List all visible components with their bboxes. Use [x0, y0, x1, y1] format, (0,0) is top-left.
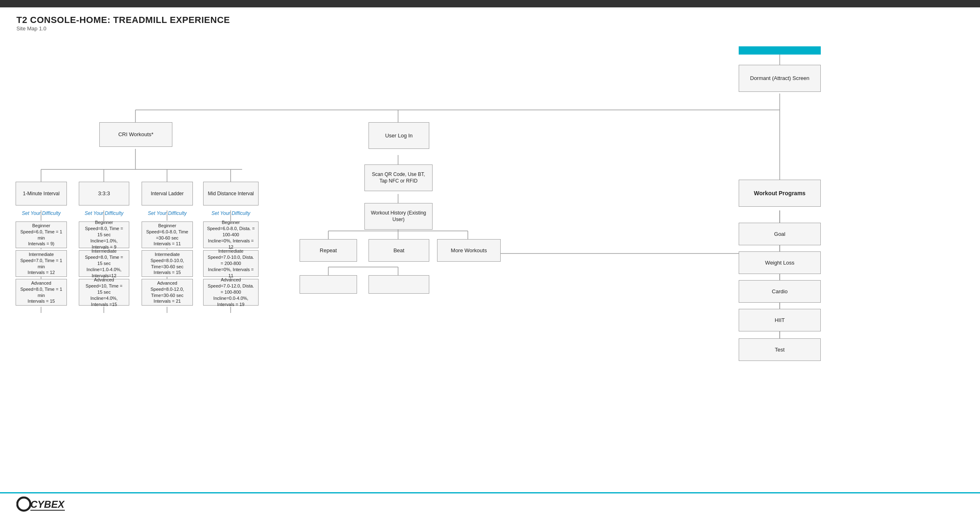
user-login-box: User Log In	[369, 122, 429, 149]
intermediate-ladder-box: Intermediate Speed=8.0-10.0, Time=30-60 …	[142, 250, 193, 277]
beginner-ladder-box: Beginner Speed=6.0-8.0, Time =30-60 sec …	[142, 221, 193, 248]
beat-sub2-box	[369, 275, 429, 294]
main-content: Dormant (Attract) Screen CRI Workouts* 1…	[0, 34, 980, 518]
beginner-333-box: Beginner Speed=8.0, Time = 15 sec Inclin…	[79, 221, 129, 248]
beat-sub1-box	[300, 275, 357, 294]
svg-rect-48	[22, 501, 27, 507]
advanced-333-box: Advanced Speed=10, Time = 15 sec Incline…	[79, 279, 129, 306]
intermediate-1min-box: Intermediate Speed=7.0, Time = 1 min Int…	[16, 250, 67, 277]
more-workouts-box: More Workouts	[437, 239, 501, 262]
interval-1min-box: 1-Minute Interval	[16, 182, 67, 205]
workout-history-box: Workout History (Existing User)	[364, 203, 433, 230]
beat-box: Beat	[369, 239, 429, 262]
svg-text:CYBEX: CYBEX	[30, 499, 65, 510]
hiit-box: HIIT	[739, 309, 821, 331]
dormant-screen-box: Dormant (Attract) Screen	[739, 65, 821, 92]
beginner-1min-box: Beginner Speed=6.0, Time = 1 min Interva…	[16, 221, 67, 248]
cardio-box: Cardio	[739, 280, 821, 303]
bottom-bar	[0, 492, 980, 493]
goal-box: Goal	[739, 223, 821, 245]
test-box: Test	[739, 338, 821, 361]
dormant-cyan-bar	[739, 46, 821, 55]
repeat-box: Repeat	[300, 239, 357, 262]
mid-distance-box: Mid Distance Interval	[203, 182, 259, 205]
difficulty-label-3: Set Your Difficulty	[142, 210, 193, 216]
difficulty-label-2: Set Your Difficulty	[79, 210, 129, 216]
advanced-mid-box: Advanced Speed=7.0-12.0, Dista. = 100-80…	[203, 279, 259, 306]
advanced-1min-box: Advanced Speed=8.0, Time = 1 min Interva…	[16, 279, 67, 306]
weight-loss-box: Weight Loss	[739, 251, 821, 274]
cri-workouts-box: CRI Workouts*	[99, 122, 172, 147]
cybex-logo-icon: CYBEX	[16, 496, 66, 512]
advanced-ladder-box: Advanced Speed=8.0-12.0, Time=30-60 sec …	[142, 279, 193, 306]
intermediate-mid-box: Intermediate Speed=7.0-10.0, Dista. = 20…	[203, 250, 259, 277]
page-header: T2 CONSOLE-HOME: TREADMILL EXPERIENCE Si…	[0, 7, 980, 34]
intermediate-333-box: Intermediate Speed=8.0, Time = 15 sec In…	[79, 250, 129, 277]
workout-programs-box: Workout Programs	[739, 180, 821, 207]
logo-area: CYBEX	[16, 496, 66, 512]
three-three-box: 3:3:3	[79, 182, 129, 205]
page-subtitle: Site Map 1.0	[16, 25, 964, 32]
interval-ladder-box: Interval Ladder	[142, 182, 193, 205]
scan-qr-box: Scan QR Code, Use BT, Tap NFC or RFID	[364, 164, 433, 191]
top-bar	[0, 0, 980, 7]
page-title: T2 CONSOLE-HOME: TREADMILL EXPERIENCE	[16, 15, 964, 25]
beginner-mid-box: Beginner Speed=6.0-8.0, Dista. = 100-400…	[203, 221, 259, 248]
difficulty-label-1: Set Your Difficulty	[16, 210, 67, 216]
difficulty-label-4: Set Your Difficulty	[203, 210, 259, 216]
